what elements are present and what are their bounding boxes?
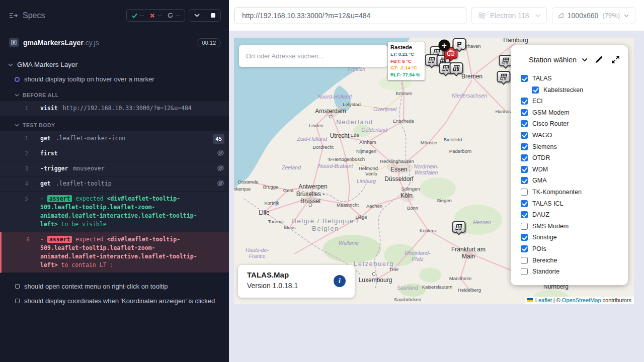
stat-pending: -- xyxy=(168,12,180,19)
station-filter-checkbox[interactable] xyxy=(532,86,539,94)
station-filter-item[interactable]: Standorte xyxy=(521,268,628,275)
station-filter-label: OTDR xyxy=(532,154,550,161)
info-icon[interactable]: i xyxy=(334,275,346,287)
station-filter-checkbox[interactable] xyxy=(521,120,528,127)
station-filter-item[interactable]: Kabelstrecken xyxy=(532,86,628,94)
station-filter-checkbox[interactable] xyxy=(521,245,528,252)
assert-badge: assert xyxy=(47,236,72,243)
chevron-down-icon xyxy=(8,63,13,66)
station-filter-item[interactable]: ECI xyxy=(521,98,628,105)
divider xyxy=(0,313,229,313)
station-select-dropdown[interactable]: Station wählen xyxy=(529,56,577,64)
edit-pencil-icon[interactable] xyxy=(595,55,603,64)
station-filter-item[interactable]: TALAS ICL xyxy=(521,200,628,207)
command-row[interactable]: 4get.leaflet-tooltip xyxy=(0,176,229,192)
station-filter-checkbox[interactable] xyxy=(521,177,528,184)
pending-test-row[interactable]: should display coordinates when 'Koordin… xyxy=(0,294,229,308)
station-filter-checkbox[interactable] xyxy=(521,154,528,161)
specs-menu-icon xyxy=(9,12,18,19)
station-filter-checkbox[interactable] xyxy=(521,234,528,241)
assert-row-failed[interactable]: 6- assert expected <div#leaflet-tooltip-… xyxy=(0,232,229,273)
station-filter-checkbox[interactable] xyxy=(521,98,528,105)
command-number: 4 xyxy=(0,179,28,188)
browser-select[interactable]: Electron 118 xyxy=(471,7,547,24)
station-filter-checkbox[interactable] xyxy=(521,189,528,196)
station-filter-item[interactable]: GSM Modem xyxy=(521,109,628,116)
station-filter-item[interactable]: TK-Komponenten xyxy=(521,189,628,196)
runner-toolbar: http://192.168.10.33:3000/?m=12&u=484 El… xyxy=(229,0,644,31)
viewport-select[interactable]: 1000x660 (79%) xyxy=(552,7,635,24)
command-number: 5 xyxy=(0,195,28,203)
station-marker[interactable] xyxy=(452,221,466,234)
command-row[interactable]: 3-triggermouseover xyxy=(0,161,229,176)
station-filter-checkbox[interactable] xyxy=(521,200,528,207)
command-args: .leaflet-marker-icon xyxy=(56,135,125,142)
station-filter-checkbox[interactable] xyxy=(521,109,528,116)
station-marker[interactable] xyxy=(450,62,463,75)
tooltip-station-name: Rastede xyxy=(390,44,422,50)
x-icon xyxy=(150,13,155,18)
url-bar[interactable]: http://192.168.10.33:3000/?m=12&u=484 xyxy=(234,7,466,24)
add-marker-control[interactable]: + xyxy=(439,40,450,51)
station-filter-checkbox[interactable] xyxy=(521,257,528,264)
station-filter-label: POIs xyxy=(532,245,546,252)
hidden-eye-icon xyxy=(217,180,224,187)
command-row[interactable]: 2first xyxy=(0,146,229,161)
station-filter-item[interactable]: Bereiche xyxy=(521,257,628,264)
station-filter-checkbox[interactable] xyxy=(521,143,528,150)
station-filter-item[interactable]: TALAS xyxy=(521,75,628,82)
assert-row-passed[interactable]: 5- assert expected <div#leaflet-tooltip-… xyxy=(0,192,229,232)
tooltip-measurement: LT: 0.21 °C xyxy=(390,51,422,58)
chevron-down-icon xyxy=(535,14,540,17)
station-filter-checkbox[interactable] xyxy=(521,223,528,230)
station-filter-checkbox[interactable] xyxy=(521,166,528,173)
station-filter-label: WDM xyxy=(532,166,548,173)
station-marker[interactable] xyxy=(497,71,511,84)
viewport-ruler-icon xyxy=(558,12,564,19)
active-test-row[interactable]: should display tooltip on hover over a m… xyxy=(0,70,229,86)
station-filter-item[interactable]: DAUZ xyxy=(521,211,628,218)
station-filter-checkbox[interactable] xyxy=(521,132,528,139)
map-search-input[interactable]: Ort oder Adresse suchen... xyxy=(239,45,387,67)
hidden-eye-icon xyxy=(217,150,224,156)
pending-test-row[interactable]: should open context menu on right-click … xyxy=(0,279,229,294)
before-all-section[interactable]: BEFORE ALL xyxy=(0,86,229,101)
station-filter-checkbox[interactable] xyxy=(521,75,528,82)
spec-file-row[interactable]: gmaMarkersLayer.cy.js 00:12 xyxy=(0,31,229,54)
station-filter-item[interactable]: OTDR xyxy=(521,154,628,161)
station-filter-panel: Station wählen TALASKabelstreckenECIGSM … xyxy=(511,45,628,285)
parking-marker[interactable]: P xyxy=(453,38,466,51)
ukraine-flag-icon xyxy=(527,298,533,302)
command-number: 3 xyxy=(0,164,28,173)
test-title: should display tooltip on hover over a m… xyxy=(24,75,154,83)
command-method: get xyxy=(40,135,51,142)
station-filter-label: TALAS ICL xyxy=(532,200,564,207)
station-filter-item[interactable]: WAGO xyxy=(521,132,628,139)
command-row[interactable]: 1get.leaflet-marker-icon45 xyxy=(0,131,229,146)
leaflet-link[interactable]: Leaflet xyxy=(535,297,552,303)
command-row[interactable]: 1visithttp://192.168.10.33:3000/?m=12&u=… xyxy=(0,101,229,116)
station-filter-item[interactable]: GMA xyxy=(521,177,628,184)
osm-link[interactable]: OpenStreetMap xyxy=(562,297,601,303)
stop-button[interactable] xyxy=(205,10,220,21)
station-filter-item[interactable]: Sonstige xyxy=(521,234,628,241)
station-filter-item[interactable]: SMS Modem xyxy=(521,223,628,230)
leaflet-map[interactable]: NederlandBelgië / Belgique / BelgienLetz… xyxy=(234,38,634,304)
station-filter-label: ECI xyxy=(532,98,543,105)
specs-title[interactable]: Specs xyxy=(9,11,45,20)
command-number: 6 xyxy=(2,235,30,244)
collapse-button[interactable] xyxy=(189,10,205,21)
station-filter-item[interactable]: WDM xyxy=(521,166,628,173)
station-filter-item[interactable]: POIs xyxy=(521,245,628,252)
station-filter-item[interactable]: Siemens xyxy=(521,143,628,150)
station-filter-item[interactable]: Cisco Router xyxy=(521,120,628,127)
chevron-down-icon[interactable] xyxy=(582,58,588,62)
marker-tooltip: Rastede LT: 0.21 °CFBT: 6 °CGT: -2.14 °C… xyxy=(387,42,425,80)
station-filter-checkbox[interactable] xyxy=(521,268,528,275)
assert-badge: assert xyxy=(47,195,72,202)
city-dot xyxy=(372,273,376,276)
fullscreen-expand-icon[interactable] xyxy=(611,55,620,64)
station-filter-checkbox[interactable] xyxy=(521,211,528,218)
test-body-section[interactable]: TEST BODY xyxy=(0,116,229,131)
suite-row[interactable]: GMA Markers Layer xyxy=(0,54,229,70)
